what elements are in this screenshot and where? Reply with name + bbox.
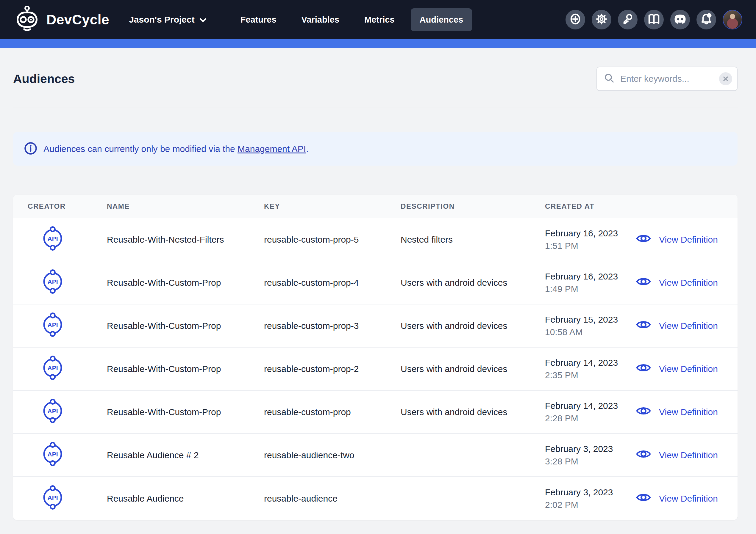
banner-message: Audiences can currently only be modified… (43, 144, 309, 154)
view-definition-button[interactable]: View Definition (636, 276, 738, 290)
view-definition-button[interactable]: View Definition (636, 233, 738, 246)
search-clear-button[interactable] (719, 72, 732, 85)
management-api-link[interactable]: Management API (237, 144, 306, 154)
eye-icon (636, 448, 651, 462)
api-creator-icon: API (41, 442, 64, 469)
table-row: API Reusable Audience # 2 reusable-audie… (13, 434, 738, 477)
view-definition-label: View Definition (659, 450, 718, 460)
user-avatar[interactable] (723, 10, 742, 29)
search-input[interactable] (620, 74, 714, 84)
eye-icon (636, 276, 651, 290)
create-button[interactable] (565, 10, 585, 29)
api-keys-button[interactable] (618, 10, 637, 29)
created-date: February 14, 2023 (545, 357, 636, 369)
docs-button[interactable] (644, 10, 664, 29)
nav-item-metrics[interactable]: Metrics (355, 8, 404, 31)
view-definition-label: View Definition (659, 364, 718, 374)
table-header-row: CREATOR NAME KEY DESCRIPTION CREATED AT (13, 195, 738, 218)
eye-icon (636, 319, 651, 333)
plus-circle-icon (569, 13, 581, 26)
created-at-cell: February 14, 2023 2:28 PM (530, 400, 636, 424)
audience-description: Users with android devices (386, 364, 530, 374)
nav-item-variables[interactable]: Variables (293, 8, 348, 31)
settings-button[interactable] (592, 10, 611, 29)
created-at-cell: February 3, 2023 2:02 PM (530, 486, 636, 511)
eye-icon (636, 362, 651, 376)
view-definition-label: View Definition (659, 321, 718, 331)
discord-button[interactable] (670, 10, 690, 29)
top-navigation-bar: DevCycle Jason's Project Features Variab… (0, 0, 756, 39)
created-at-cell: February 14, 2023 2:35 PM (530, 357, 636, 381)
discord-icon (674, 13, 687, 26)
created-at-cell: February 16, 2023 1:51 PM (530, 227, 636, 252)
nav-item-audiences[interactable]: Audiences (411, 8, 472, 31)
column-header-description: DESCRIPTION (386, 202, 530, 211)
audience-key: reusable-custom-prop-5 (249, 235, 386, 245)
header-divider (13, 108, 738, 108)
api-creator-icon: API (41, 485, 64, 512)
key-icon (622, 13, 634, 26)
created-date: February 14, 2023 (545, 400, 636, 412)
created-at-cell: February 3, 2023 3:28 PM (530, 443, 636, 468)
banner-message-text: Audiences can currently only be modified… (43, 144, 237, 154)
creator-cell: API (13, 312, 92, 339)
devcycle-logo[interactable]: DevCycle (14, 6, 109, 33)
api-creator-icon: API (41, 312, 64, 339)
table-row: API Reusable-With-Nested-Filters reusabl… (13, 218, 738, 261)
audience-name: Reusable-With-Custom-Prop (92, 321, 249, 331)
project-selector[interactable]: Jason's Project (129, 14, 206, 25)
created-date: February 16, 2023 (545, 270, 636, 283)
creator-cell: API (13, 269, 92, 296)
created-time: 2:02 PM (545, 498, 636, 511)
svg-text:API: API (47, 494, 58, 501)
accent-bar (0, 39, 756, 48)
api-creator-icon: API (41, 226, 64, 253)
audiences-page: Audiences (0, 66, 756, 520)
eye-icon (636, 492, 651, 505)
created-date: February 15, 2023 (545, 313, 636, 326)
audience-key: reusable-custom-prop-4 (249, 278, 386, 288)
svg-text:API: API (47, 278, 58, 285)
audience-name: Reusable Audience # 2 (92, 450, 249, 460)
info-banner: Audiences can currently only be modified… (13, 132, 738, 165)
view-definition-label: View Definition (659, 494, 718, 504)
audience-name: Reusable-With-Custom-Prop (92, 278, 249, 288)
creator-cell: API (13, 226, 92, 253)
view-definition-button[interactable]: View Definition (636, 319, 738, 333)
created-time: 2:28 PM (545, 412, 636, 424)
table-row: API Reusable-With-Custom-Prop reusable-c… (13, 347, 738, 391)
table-body: API Reusable-With-Nested-Filters reusabl… (13, 218, 738, 520)
gear-icon (596, 13, 608, 26)
search-box (596, 66, 738, 91)
table-row: API Reusable-With-Custom-Prop reusable-c… (13, 261, 738, 304)
audience-name: Reusable-With-Custom-Prop (92, 407, 249, 417)
table-row: API Reusable Audience reusable-audience … (13, 477, 738, 520)
view-definition-label: View Definition (659, 407, 718, 417)
notifications-button[interactable] (696, 10, 716, 29)
search-icon (604, 72, 615, 85)
svg-text:API: API (47, 408, 58, 415)
project-selector-label: Jason's Project (129, 14, 195, 25)
audience-name: Reusable-With-Custom-Prop (92, 364, 249, 374)
created-date: February 16, 2023 (545, 227, 636, 240)
audience-name: Reusable Audience (92, 494, 249, 504)
api-creator-icon: API (41, 398, 64, 425)
created-time: 1:49 PM (545, 283, 636, 295)
view-definition-label: View Definition (659, 235, 718, 245)
created-time: 3:28 PM (545, 455, 636, 468)
audience-key: reusable-custom-prop-3 (249, 321, 386, 331)
banner-message-suffix: . (306, 144, 308, 154)
book-icon (648, 13, 660, 26)
svg-text:API: API (47, 451, 58, 458)
view-definition-button[interactable]: View Definition (636, 492, 738, 505)
nav-right-actions (565, 10, 742, 29)
created-time: 2:35 PM (545, 369, 636, 381)
eye-icon (636, 233, 651, 246)
nav-item-features[interactable]: Features (231, 8, 285, 31)
view-definition-button[interactable]: View Definition (636, 362, 738, 376)
eye-icon (636, 405, 651, 419)
view-definition-button[interactable]: View Definition (636, 405, 738, 419)
view-definition-button[interactable]: View Definition (636, 448, 738, 462)
audience-description: Nested filters (386, 235, 530, 245)
audience-key: reusable-custom-prop (249, 407, 386, 417)
